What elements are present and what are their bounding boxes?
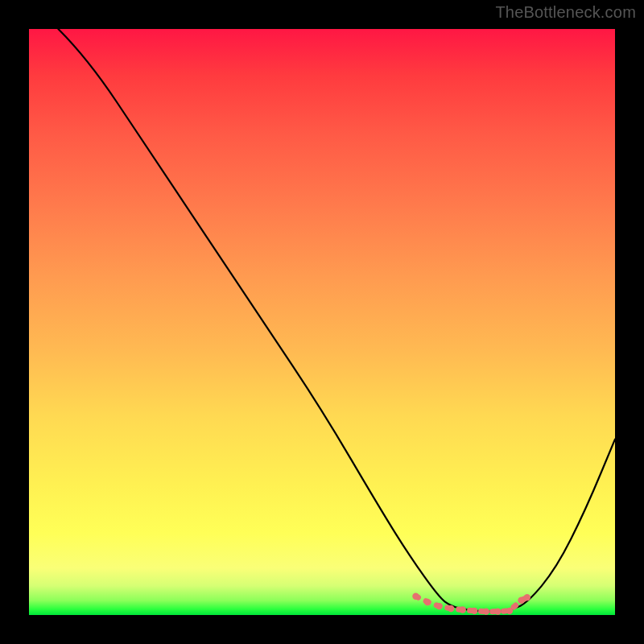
highlight-dot	[483, 608, 489, 614]
highlight-dot	[524, 594, 530, 601]
highlight-dot	[460, 606, 466, 613]
plot-area	[29, 29, 615, 615]
highlight-dot	[471, 608, 477, 614]
curve-layer	[29, 29, 615, 615]
watermark-text: TheBottleneck.com	[495, 3, 636, 22]
highlight-dot	[424, 599, 431, 605]
highlight-dot	[518, 597, 524, 604]
highlight-dots-group	[412, 593, 530, 615]
main-curve	[58, 29, 615, 612]
chart-frame: TheBottleneck.com	[0, 0, 644, 644]
highlight-dot	[494, 608, 501, 614]
highlight-dot	[448, 605, 454, 612]
highlight-dot	[436, 603, 442, 609]
highlight-dot	[506, 608, 513, 614]
highlight-dot	[412, 593, 419, 600]
